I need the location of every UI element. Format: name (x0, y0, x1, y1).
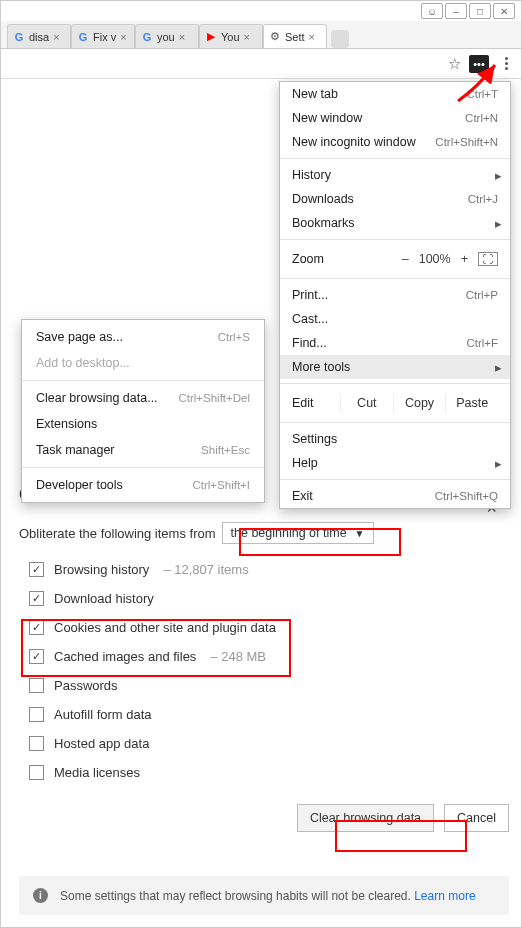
submenu-save-page[interactable]: Save page as...Ctrl+S (22, 324, 264, 350)
close-icon[interactable]: × (309, 31, 315, 43)
menu-button[interactable] (497, 53, 515, 75)
menu-separator (280, 278, 510, 279)
check-autofill[interactable]: Autofill form data (29, 707, 509, 722)
close-window-button[interactable]: ✕ (493, 3, 515, 19)
menu-separator (280, 383, 510, 384)
menu-separator (22, 467, 264, 468)
tab-label: Sett (285, 31, 305, 43)
check-download-history[interactable]: Download history (29, 591, 509, 606)
checkbox-icon (29, 591, 44, 606)
checkbox-icon (29, 765, 44, 780)
chevron-right-icon: ▸ (495, 216, 502, 231)
obliterate-label: Obliterate the following items from (19, 526, 216, 541)
check-browsing-history[interactable]: Browsing history– 12,807 items (29, 562, 509, 577)
info-icon: i (33, 888, 48, 903)
tab-fix[interactable]: GFix v× (71, 24, 135, 48)
menu-separator (280, 479, 510, 480)
extension-icon[interactable]: ••• (469, 55, 489, 73)
menu-help[interactable]: Help▸ (280, 451, 510, 475)
obliterate-row: Obliterate the following items from the … (19, 522, 509, 544)
footer-text: Some settings that may reflect browsing … (60, 889, 476, 903)
zoom-in-button[interactable]: + (461, 252, 468, 266)
checkbox-icon (29, 649, 44, 664)
close-icon[interactable]: × (53, 31, 59, 43)
new-tab-button[interactable] (331, 30, 349, 48)
menu-edit-row: Edit Cut Copy Paste (280, 388, 510, 418)
paste-button[interactable]: Paste (445, 394, 498, 412)
menu-separator (22, 380, 264, 381)
submenu-extensions[interactable]: Extensions (22, 411, 264, 437)
menu-new-tab[interactable]: New tabCtrl+T (280, 82, 510, 106)
dialog-buttons: Clear browsing data Cancel (19, 804, 509, 832)
learn-more-link[interactable]: Learn more (414, 889, 475, 903)
google-icon: G (76, 30, 90, 44)
submenu-task-manager[interactable]: Task managerShift+Esc (22, 437, 264, 463)
cut-button[interactable]: Cut (340, 394, 393, 412)
dialog-footer: i Some settings that may reflect browsin… (19, 876, 509, 915)
menu-new-window[interactable]: New windowCtrl+N (280, 106, 510, 130)
tab-disable[interactable]: Gdisa× (7, 24, 71, 48)
menu-bookmarks[interactable]: Bookmarks▸ (280, 211, 510, 235)
maximize-button[interactable]: □ (469, 3, 491, 19)
submenu-add-desktop[interactable]: Add to desktop... (22, 350, 264, 376)
chevron-right-icon: ▸ (495, 360, 502, 375)
check-cookies[interactable]: Cookies and other site and plugin data (29, 620, 509, 635)
fullscreen-button[interactable]: ⛶ (478, 252, 498, 266)
menu-separator (280, 239, 510, 240)
check-cache[interactable]: Cached images and files– 248 MB (29, 649, 509, 664)
menu-separator (280, 422, 510, 423)
checkbox-icon (29, 736, 44, 751)
close-icon[interactable]: × (120, 31, 126, 43)
cancel-button[interactable]: Cancel (444, 804, 509, 832)
clear-browsing-dialog: × Clear browsing data Obliterate the fol… (19, 486, 509, 832)
tab-settings[interactable]: ⚙Sett× (263, 24, 327, 48)
tab-label: You (221, 31, 240, 43)
menu-exit[interactable]: ExitCtrl+Shift+Q (280, 484, 510, 508)
menu-settings[interactable]: Settings (280, 427, 510, 451)
google-icon: G (140, 30, 154, 44)
checkbox-icon (29, 562, 44, 577)
copy-button[interactable]: Copy (393, 394, 446, 412)
menu-new-incognito[interactable]: New incognito windowCtrl+Shift+N (280, 130, 510, 154)
gear-icon: ⚙ (268, 30, 282, 44)
timerange-select[interactable]: the beginning of time ▼ (222, 522, 374, 544)
clear-data-button[interactable]: Clear browsing data (297, 804, 434, 832)
close-icon[interactable]: × (179, 31, 185, 43)
tab-label: Fix v (93, 31, 116, 43)
tab-label: disa (29, 31, 49, 43)
menu-zoom: Zoom – 100% + ⛶ (280, 244, 510, 274)
checkbox-icon (29, 620, 44, 635)
close-icon[interactable]: × (244, 31, 250, 43)
zoom-out-button[interactable]: – (402, 252, 409, 266)
tab-strip: Gdisa× GFix v× Gyou× ▶You× ⚙Sett× (1, 21, 521, 49)
chrome-main-menu: New tabCtrl+T New windowCtrl+N New incog… (279, 81, 511, 509)
check-media[interactable]: Media licenses (29, 765, 509, 780)
window-titlebar: ☺ – □ ✕ (1, 1, 521, 21)
submenu-clear-data[interactable]: Clear browsing data...Ctrl+Shift+Del (22, 385, 264, 411)
chevron-right-icon: ▸ (495, 168, 502, 183)
menu-more-tools[interactable]: More tools▸ (280, 355, 510, 379)
check-hosted[interactable]: Hosted app data (29, 736, 509, 751)
more-tools-submenu: Save page as...Ctrl+S Add to desktop... … (21, 319, 265, 503)
submenu-dev-tools[interactable]: Developer toolsCtrl+Shift+I (22, 472, 264, 498)
menu-cast[interactable]: Cast... (280, 307, 510, 331)
tab-you[interactable]: Gyou× (135, 24, 199, 48)
check-passwords[interactable]: Passwords (29, 678, 509, 693)
zoom-value: 100% (419, 252, 451, 266)
google-icon: G (12, 30, 26, 44)
caret-down-icon: ▼ (355, 528, 365, 539)
browser-toolbar: ☆ ••• (1, 49, 521, 79)
bookmark-star-icon[interactable]: ☆ (448, 55, 461, 73)
youtube-icon: ▶ (204, 30, 218, 44)
user-button[interactable]: ☺ (421, 3, 443, 19)
menu-history[interactable]: History▸ (280, 163, 510, 187)
menu-find[interactable]: Find...Ctrl+F (280, 331, 510, 355)
checkbox-icon (29, 707, 44, 722)
tab-youtube[interactable]: ▶You× (199, 24, 263, 48)
menu-downloads[interactable]: DownloadsCtrl+J (280, 187, 510, 211)
tab-label: you (157, 31, 175, 43)
minimize-button[interactable]: – (445, 3, 467, 19)
checkbox-icon (29, 678, 44, 693)
menu-print[interactable]: Print...Ctrl+P (280, 283, 510, 307)
menu-separator (280, 158, 510, 159)
